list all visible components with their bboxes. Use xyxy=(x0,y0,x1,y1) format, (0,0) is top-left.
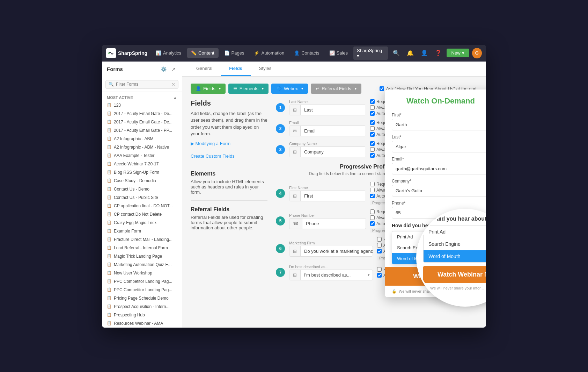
field-7-required-check[interactable] xyxy=(377,267,382,272)
field-1-always-check[interactable] xyxy=(370,105,375,110)
form-icon: 📋 xyxy=(107,287,112,292)
form-icon: 📋 xyxy=(107,203,112,208)
field-4-required-check[interactable] xyxy=(370,182,375,186)
section-collapse-icon[interactable]: ▲ xyxy=(173,95,177,100)
field-2-autofill-check[interactable] xyxy=(370,132,375,137)
brand-dropdown[interactable]: SharpSpring ▾ xyxy=(353,46,388,60)
list-item[interactable]: 📋Pricing Page Schedule Demo xyxy=(102,294,182,302)
list-item[interactable]: 📋Blog RSS Sign-Up Form xyxy=(102,168,182,177)
search-btn[interactable]: 🔍 xyxy=(391,48,402,58)
fields-btn[interactable]: 👤 Fields ▾ xyxy=(191,84,226,94)
nav-analytics[interactable]: 📊 Analytics xyxy=(152,48,185,58)
list-item[interactable]: 📋2017 - Acuity Email Gate - De... xyxy=(102,118,182,126)
notifications-btn[interactable]: 🔔 xyxy=(405,48,416,58)
list-item[interactable]: 📋Prospecting Hub xyxy=(102,311,182,319)
help-btn[interactable]: ❓ xyxy=(433,48,444,58)
overlay-last-input[interactable] xyxy=(392,141,486,152)
list-item[interactable]: 📋Case Study - Demodia xyxy=(102,177,182,185)
form-icon: 📋 xyxy=(107,128,112,133)
field-7-autofill-check[interactable] xyxy=(377,273,382,278)
field-6-always-check[interactable] xyxy=(377,243,382,248)
list-item[interactable]: 📋A2 Infographic - ABM xyxy=(102,135,182,143)
circle-print-ad[interactable]: Print Ad xyxy=(424,226,486,238)
ask-checkbox[interactable] xyxy=(380,86,384,91)
field-4-autofill-check[interactable] xyxy=(370,194,375,198)
search-clear-icon[interactable]: ✕ xyxy=(171,82,175,87)
overlay-email-input[interactable] xyxy=(392,163,486,174)
field-5-input[interactable] xyxy=(302,219,366,229)
search-input[interactable] xyxy=(116,82,169,87)
nav-sales[interactable]: 📈 Sales xyxy=(325,48,352,58)
list-item[interactable]: 📋2017 - Acuity Email Gate - PP... xyxy=(102,126,182,135)
field-2-input[interactable] xyxy=(301,126,366,136)
circle-webinar-btn[interactable]: Watch Webinar No xyxy=(423,266,486,283)
circle-search-engine[interactable]: Search Engine xyxy=(424,238,486,250)
list-item[interactable]: 📋Contact Us - Public Site xyxy=(102,193,182,202)
circle-word-of-mouth[interactable]: Word of Mouth xyxy=(424,250,486,262)
field-1-autofill-check[interactable] xyxy=(370,111,375,116)
field-4-input[interactable] xyxy=(301,191,366,201)
list-item[interactable]: 📋Accelo Webinar 7-20-17 xyxy=(102,160,182,168)
field-1-required-check[interactable] xyxy=(370,99,375,104)
tab-fields[interactable]: Fields xyxy=(221,62,251,76)
field-5-always-check[interactable] xyxy=(370,215,375,220)
avatar[interactable]: G xyxy=(472,48,482,58)
list-item[interactable]: 📋Prospect Acquisition - Intern... xyxy=(102,302,182,311)
new-button[interactable]: New ▾ xyxy=(447,49,469,57)
field-number-5: 5 xyxy=(276,216,285,226)
top-nav: SharpSpring 📊 Analytics ✏️ Content 📄 Pag… xyxy=(102,45,486,62)
list-item[interactable]: 📋PPC Competitor Landing Pag... xyxy=(102,277,182,286)
field-2-always-check[interactable] xyxy=(370,126,375,131)
nav-contacts[interactable]: 👤 Contacts xyxy=(290,48,323,58)
list-item[interactable]: 📋Resources Webinar - AMA xyxy=(102,319,182,328)
sidebar-expand-btn[interactable]: ↗ xyxy=(170,66,177,73)
field-3-required-check[interactable] xyxy=(370,141,375,146)
nav-content[interactable]: ✏️ Content xyxy=(187,48,219,58)
overlay-company-input[interactable] xyxy=(392,185,486,196)
list-item[interactable]: 📋Fracture Direct Mail - Landing... xyxy=(102,235,182,244)
field-3-input[interactable] xyxy=(301,147,366,157)
field-5-autofill-check[interactable] xyxy=(370,221,375,226)
tab-styles[interactable]: Styles xyxy=(251,62,280,76)
field-6-select[interactable]: Do you work at a marketing agency? xyxy=(301,246,373,256)
list-item[interactable]: 📋Magic Trick Landing Page xyxy=(102,252,182,260)
field-number-4: 4 xyxy=(276,189,285,198)
list-item[interactable]: 📋123 xyxy=(102,101,182,109)
field-5-wrap: Phone Number ☎ xyxy=(289,213,366,229)
referral-fields-btn[interactable]: ↩ Referral Fields ▾ xyxy=(311,84,361,94)
field-3-autofill-check[interactable] xyxy=(370,153,375,158)
list-item[interactable]: 📋Crazy-Egg-Magic-Trick xyxy=(102,219,182,227)
sidebar-settings-btn[interactable]: ⚙️ xyxy=(159,66,168,73)
list-item[interactable]: 📋CP application final - DO NOT... xyxy=(102,202,182,210)
list-item[interactable]: 📋Lead Referral - Internal Form xyxy=(102,244,182,252)
modifying-link[interactable]: ▶ Modifying a Form xyxy=(191,141,230,146)
field-4-always-check[interactable] xyxy=(370,188,375,192)
list-item[interactable]: 📋PPC Competitor Landing Pag... xyxy=(102,286,182,294)
field-2-required-check[interactable] xyxy=(370,120,375,125)
list-item[interactable]: 📋Example Form xyxy=(102,227,182,235)
nav-automation[interactable]: ⚡ Automation xyxy=(250,48,288,58)
field-5-required-check[interactable] xyxy=(370,209,375,214)
list-item[interactable]: 📋AAA Example - Tester xyxy=(102,151,182,160)
list-item[interactable]: 📋New User Workshop xyxy=(102,269,182,277)
webex-btn[interactable]: 🔷 Webex ▾ xyxy=(271,84,308,94)
custom-fields-link[interactable]: Create Custom Fields xyxy=(191,153,235,159)
field-6-autofill-check[interactable] xyxy=(377,249,382,253)
tab-general[interactable]: General xyxy=(188,62,221,76)
elements-btn[interactable]: ☰ Elements ▾ xyxy=(228,84,269,94)
field-1-input[interactable] xyxy=(301,105,366,115)
overlay-first-input[interactable] xyxy=(392,119,486,130)
field-3-always-check[interactable] xyxy=(370,147,375,152)
list-item[interactable]: 📋A2 Infographic - ABM - Native xyxy=(102,143,182,151)
nav-pages[interactable]: 📄 Pages xyxy=(220,48,249,58)
logo-area[interactable]: SharpSpring xyxy=(106,48,147,58)
field-7-select[interactable]: I'm best described as... xyxy=(301,270,365,280)
list-item[interactable]: 📋Contact Us - Demo xyxy=(102,185,182,193)
list-item[interactable]: 📋CP contact Do Not Delete xyxy=(102,210,182,219)
list-item[interactable]: 📋2017 - Acuity Email Gate - De... xyxy=(102,109,182,118)
webex-icon: 🔷 xyxy=(276,86,282,91)
nav-right: SharpSpring ▾ 🔍 🔔 👤 ❓ New ▾ G xyxy=(353,46,482,60)
user-btn[interactable]: 👤 xyxy=(419,48,430,58)
list-item[interactable]: 📋Marketing Automation Quiz E... xyxy=(102,260,182,269)
field-6-required-check[interactable] xyxy=(377,237,382,242)
